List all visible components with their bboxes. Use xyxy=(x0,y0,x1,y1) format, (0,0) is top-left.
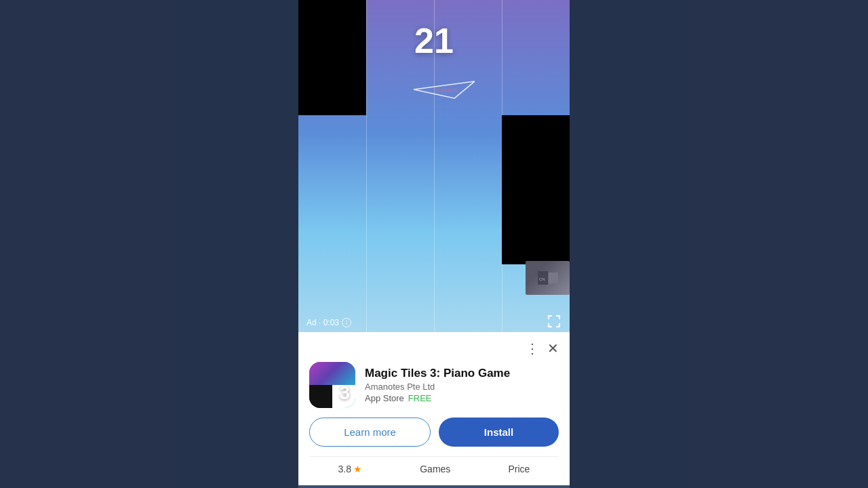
score-display: 21 xyxy=(414,20,454,61)
price-text: Price xyxy=(508,464,530,474)
black-tile xyxy=(502,115,570,264)
game-area: 21 CORRECT CN xyxy=(298,0,570,332)
rating-number: 3.8 xyxy=(338,464,351,474)
app-free-label: FREE xyxy=(408,393,432,403)
ad-card: ⋮ ✕ 3 Magic Tiles 3: Piano Game Amanotes… xyxy=(298,332,570,485)
app-icon: 3 xyxy=(309,362,355,408)
ad-card-header: ⋮ ✕ xyxy=(309,340,559,357)
learn-more-button[interactable]: Learn more xyxy=(309,418,431,447)
rating-stat: 3.8 ★ xyxy=(338,464,362,474)
thumbnail-image: CN xyxy=(526,261,570,295)
category-stat: Games xyxy=(420,464,450,474)
video-thumbnail[interactable]: CN xyxy=(526,261,570,295)
price-value: Price xyxy=(508,464,530,474)
phone-content: 21 CORRECT CN xyxy=(298,0,570,488)
score-value: 21 xyxy=(414,21,454,60)
paper-plane: CORRECT xyxy=(414,75,475,108)
install-button[interactable]: Install xyxy=(439,418,559,447)
stats-row: 3.8 ★ Games Price xyxy=(309,456,559,474)
ad-label: Ad · 0:03 i xyxy=(307,318,351,327)
app-developer: Amanotes Pte Ltd xyxy=(365,382,559,392)
star-icon: ★ xyxy=(353,464,362,474)
rating-value: 3.8 ★ xyxy=(338,464,362,474)
app-details: Magic Tiles 3: Piano Game Amanotes Pte L… xyxy=(365,367,559,403)
app-info-row: 3 Magic Tiles 3: Piano Game Amanotes Pte… xyxy=(309,362,559,408)
svg-text:CN: CN xyxy=(539,277,545,281)
ad-bar: Ad · 0:03 i xyxy=(298,313,570,332)
more-options-button[interactable]: ⋮ xyxy=(526,342,539,355)
expand-icon[interactable] xyxy=(547,314,561,331)
left-panel xyxy=(0,0,298,488)
app-icon-number: 3 xyxy=(339,382,350,404)
app-store-label: App Store xyxy=(365,393,404,403)
app-store-row: App Store FREE xyxy=(365,393,559,403)
svg-rect-4 xyxy=(549,272,558,283)
outer-container: 21 CORRECT CN xyxy=(0,0,868,488)
category-value: Games xyxy=(420,464,450,474)
piano-black-key xyxy=(309,385,332,408)
ad-timer-text: Ad · 0:03 xyxy=(307,318,339,327)
info-icon[interactable]: i xyxy=(342,318,351,327)
category-text: Games xyxy=(420,464,450,474)
app-title: Magic Tiles 3: Piano Game xyxy=(365,367,559,380)
right-panel xyxy=(570,0,868,488)
button-row: Learn more Install xyxy=(309,418,559,447)
grid-line xyxy=(366,0,367,332)
price-stat: Price xyxy=(508,464,530,474)
close-button[interactable]: ✕ xyxy=(547,340,559,357)
black-tile xyxy=(298,0,366,115)
svg-text:CORRECT: CORRECT xyxy=(434,88,458,93)
